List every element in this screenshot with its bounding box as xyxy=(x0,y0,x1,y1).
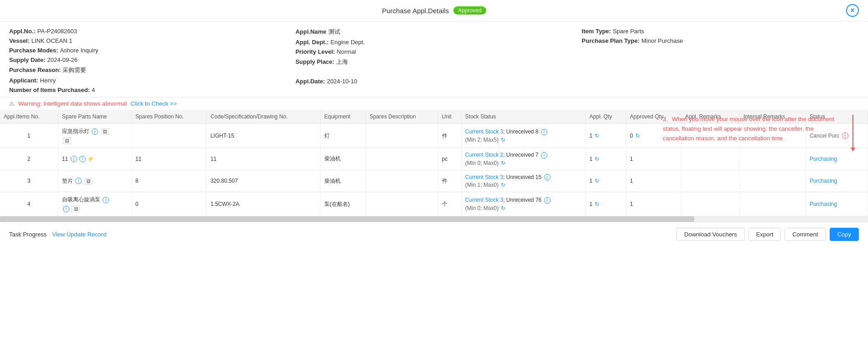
close-button[interactable]: × xyxy=(846,4,859,17)
stock-info-icon[interactable]: i xyxy=(544,197,551,204)
tooltip-arrow xyxy=(852,115,853,151)
qty-refresh-icon[interactable]: ↻ xyxy=(595,201,599,207)
col-equipment: Equipment xyxy=(320,110,365,124)
stock-link[interactable]: Current Stock 3 xyxy=(465,174,503,180)
col-no: Appl.Items No. xyxy=(0,110,58,124)
vessel-label: Vessel: xyxy=(9,37,30,44)
col-code: Code/Specification/Drawing No. xyxy=(207,110,320,124)
item-type-label: Item Type: xyxy=(582,28,611,35)
cell-spares-position-no: 8 xyxy=(131,170,207,192)
cell-equipment: 柴油机 xyxy=(320,148,365,170)
image-icon[interactable]: 🖼 xyxy=(101,128,109,135)
copy-button[interactable]: Copy xyxy=(830,228,859,241)
applicant-label: Applicant: xyxy=(9,77,38,84)
cell-code: LIGHT-15 xyxy=(207,124,320,148)
item-type-value: Spare Parts xyxy=(613,28,644,35)
stock-extra: ; Unreceived 76 xyxy=(503,197,541,203)
cell-spare-parts-name: 自吸离心旋涡泵 ii 🖼 xyxy=(58,192,131,216)
tooltip-note: 3、When you move your mouse over the icon… xyxy=(663,115,845,143)
col-spares-position-no: Spares Position No. xyxy=(131,110,207,124)
image-icon-4[interactable]: 🖼 xyxy=(72,206,80,212)
qty-refresh-icon[interactable]: ↻ xyxy=(595,156,599,162)
info-section: Appl.No.: PA-P24082603 Vessel: LINK OCEA… xyxy=(0,21,868,97)
info-icon-3[interactable]: i xyxy=(63,206,69,212)
col-spare-parts-name: Spare Parts Name xyxy=(58,110,131,124)
stock-info-icon[interactable]: i xyxy=(541,129,547,135)
image-icon-3[interactable]: 🖼 xyxy=(84,178,93,184)
stock-link[interactable]: Current Stock 3 xyxy=(465,197,503,203)
page-header: Purchase Appl.Details Approved × xyxy=(0,0,868,21)
warning-icon: ⚠ xyxy=(9,100,15,107)
cell-code: 1.5CWX-2A xyxy=(207,192,320,216)
cell-stock-status: Current Stock 2; Unreceived 7 i (Min 0; … xyxy=(461,148,586,170)
qty-refresh-icon[interactable]: ↻ xyxy=(595,133,599,139)
stock-link[interactable]: Current Stock 2 xyxy=(465,152,503,158)
cell-equipment: 灯 xyxy=(320,124,365,148)
export-button[interactable]: Export xyxy=(748,228,781,241)
appl-name-label: Appl.Name xyxy=(296,28,327,35)
applicant-value: Henry xyxy=(40,77,56,84)
cell-spare-parts-name: 垫片 i 🖼 xyxy=(58,170,131,192)
footer: Task Progress View Update Record Downloa… xyxy=(0,222,868,246)
appl-no-value: PA-P24082603 xyxy=(37,28,77,35)
check-link[interactable]: Click to Check >> xyxy=(130,100,177,107)
cell-approved-qty: 1 xyxy=(626,148,681,170)
cell-status: Purchasing xyxy=(806,170,868,192)
info-icon[interactable]: i xyxy=(71,156,77,162)
refresh-icon[interactable]: ↻ xyxy=(501,182,505,188)
comment-button[interactable]: Comment xyxy=(785,228,826,241)
purchase-modes-value: Ashore Inquiry xyxy=(60,47,99,54)
stock-extra: ; Unreceived 8 xyxy=(503,128,538,135)
col-appl-qty: Appl. Qty xyxy=(586,110,626,124)
horizontal-scrollbar[interactable] xyxy=(0,216,868,222)
refresh-icon[interactable]: ↻ xyxy=(501,137,505,143)
appl-no-label: Appl.No.: xyxy=(9,28,36,35)
image-icon-2[interactable]: 🖼 xyxy=(63,138,71,144)
info-icon-2[interactable]: ! xyxy=(79,156,86,162)
cell-appl-remarks xyxy=(681,148,739,170)
warning-text: Warning: Intelligent data shows abnormal xyxy=(18,100,127,107)
col-unit: Unit xyxy=(438,110,461,124)
cell-approved-qty: 1 xyxy=(626,192,681,216)
col-spares-desc: Spares Description xyxy=(366,110,438,124)
stock-info-icon[interactable]: i xyxy=(541,152,547,159)
scrollbar-thumb xyxy=(0,216,694,222)
footer-left: Task Progress View Update Record xyxy=(9,231,106,238)
appl-date-value: 2024-10-10 xyxy=(327,78,358,85)
cell-spares-desc xyxy=(366,148,438,170)
info-icon[interactable]: i xyxy=(92,128,98,135)
cell-internal-remarks xyxy=(739,148,806,170)
stock-info-icon[interactable]: i xyxy=(544,174,551,180)
supply-date-value: 2024-09-26 xyxy=(47,56,78,63)
task-progress-label: Task Progress xyxy=(9,231,47,238)
cell-code: 320.80.507 xyxy=(207,170,320,192)
page-title: Purchase Appl.Details xyxy=(382,7,449,15)
download-vouchers-button[interactable]: Download Vouchers xyxy=(676,228,745,241)
cell-spare-parts-name: 11 i ! ⚡ xyxy=(58,148,131,170)
cell-spares-position-no: 11 xyxy=(131,148,207,170)
cell-approved-qty: 1 xyxy=(626,170,681,192)
view-update-record-link[interactable]: View Update Record xyxy=(52,231,106,238)
refresh-icon[interactable]: ↻ xyxy=(501,160,505,166)
appl-dept-label: Appl. Dept.: xyxy=(296,39,329,46)
qty-refresh-icon[interactable]: ↻ xyxy=(595,178,599,184)
cell-appl-remarks xyxy=(681,170,739,192)
purchase-reason-value: 采购需要 xyxy=(62,66,86,74)
purchase-reason-label: Purchase Reason: xyxy=(9,67,61,73)
appl-name-value: 测试 xyxy=(328,28,340,36)
appl-dept-value: Engine Dept. xyxy=(331,39,365,46)
cell-spares-desc xyxy=(366,192,438,216)
stock-link[interactable]: Current Stock 3 xyxy=(465,128,503,135)
supply-date-label: Supply Date: xyxy=(9,56,45,63)
info-icon[interactable]: i xyxy=(75,178,82,184)
cell-internal-remarks xyxy=(739,192,806,216)
cell-spares-desc xyxy=(366,170,438,192)
info-icon[interactable]: i xyxy=(103,197,109,203)
vessel-value: LINK OCEAN 1 xyxy=(31,37,73,44)
cell-no: 3 xyxy=(0,170,58,192)
cell-spares-desc xyxy=(366,124,438,148)
status-badge: Approved xyxy=(453,6,486,15)
refresh-icon[interactable]: ↻ xyxy=(501,205,505,211)
cell-appl-remarks xyxy=(681,192,739,216)
appr-qty-refresh-icon[interactable]: ↻ xyxy=(635,133,640,139)
